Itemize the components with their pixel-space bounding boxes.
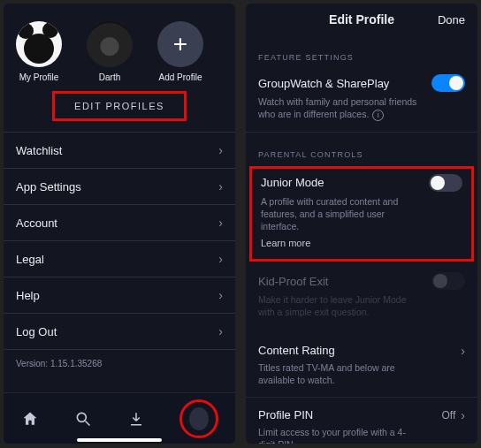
menu-watchlist[interactable]: Watchlist›: [4, 133, 235, 169]
menu-account[interactable]: Account›: [4, 205, 235, 241]
profile-my-profile[interactable]: My Profile: [16, 21, 62, 82]
profile-label: Add Profile: [159, 72, 202, 82]
header: Edit Profile Done: [246, 4, 477, 35]
svg-point-0: [77, 413, 86, 421]
chevron-right-icon: ›: [218, 216, 223, 230]
add-profile[interactable]: + Add Profile: [157, 21, 203, 82]
menu-log-out[interactable]: Log Out›: [4, 314, 235, 350]
edit-profile-screen: Edit Profile Done FEATURE SETTINGS Group…: [246, 4, 477, 444]
avatar-darth-vader: [87, 21, 133, 67]
setting-title-text: Content Rating: [258, 344, 335, 357]
profile-darth[interactable]: Darth: [87, 21, 133, 82]
setting-title-text: Kid-Proof Exit: [258, 275, 328, 288]
profile-tab-icon[interactable]: [189, 409, 209, 429]
plus-icon: +: [157, 21, 203, 67]
chevron-right-icon: ›: [461, 344, 465, 358]
home-icon[interactable]: [20, 409, 40, 429]
avatar-mickey: [16, 21, 62, 67]
menu-label: Account: [16, 216, 57, 230]
chevron-right-icon: ›: [218, 252, 223, 266]
toggle-kid-proof: [431, 272, 465, 290]
settings-screen: My Profile Darth + Add Profile EDIT PROF…: [4, 4, 235, 444]
profiles-row: My Profile Darth + Add Profile: [4, 4, 235, 86]
setting-groupwatch[interactable]: GroupWatch & SharePlay Watch with family…: [246, 69, 477, 133]
setting-content-rating[interactable]: Content Rating › Titles rated TV-MA and …: [246, 330, 477, 398]
home-indicator: [77, 438, 162, 442]
menu-app-settings[interactable]: App Settings›: [4, 169, 235, 205]
menu-label: Log Out: [16, 325, 57, 338]
search-icon[interactable]: [73, 409, 93, 429]
profile-label: Darth: [99, 72, 120, 82]
chevron-right-icon: ›: [218, 324, 223, 338]
setting-title-text: Profile PIN: [258, 408, 313, 421]
toggle-groupwatch[interactable]: [431, 74, 465, 92]
tab-bar: [4, 392, 235, 444]
menu-help[interactable]: Help›: [4, 277, 235, 314]
edit-profiles-button[interactable]: EDIT PROFILES: [54, 93, 185, 119]
menu-label: Help: [16, 289, 40, 302]
menu-label: Watchlist: [16, 144, 62, 157]
setting-junior-title: Junior Mode: [261, 176, 324, 189]
menu-label: App Settings: [16, 180, 81, 194]
chevron-right-icon: ›: [218, 288, 223, 302]
done-button[interactable]: Done: [438, 13, 465, 27]
setting-profile-pin[interactable]: Profile PIN Off › Limit access to your p…: [246, 398, 477, 444]
setting-kid-proof-exit: Kid-Proof Exit Make it harder to leave J…: [246, 262, 477, 329]
info-icon[interactable]: i: [372, 110, 384, 121]
profile-tab-highlight: [179, 399, 218, 438]
page-title: Edit Profile: [329, 12, 394, 27]
pin-value: Off: [442, 409, 456, 421]
chevron-right-icon: ›: [218, 143, 223, 157]
profile-label: My Profile: [19, 72, 58, 82]
learn-more-link[interactable]: Learn more: [261, 238, 310, 248]
setting-desc-text: Watch with family and personal friends w…: [258, 96, 416, 119]
section-parental-controls: PARENTAL CONTROLS: [246, 133, 477, 166]
edit-profiles-wrap: EDIT PROFILES: [4, 86, 235, 132]
menu-list: Watchlist› App Settings› Account› Legal›…: [4, 132, 235, 350]
setting-title-text: GroupWatch & SharePlay: [258, 77, 389, 90]
setting-junior-desc: A profile with curated content and featu…: [261, 195, 462, 233]
version-label: Version: 1.15.1.35268: [4, 350, 235, 377]
setting-desc: Make it harder to leave Junior Mode with…: [258, 293, 465, 318]
chevron-right-icon: ›: [218, 179, 223, 194]
svg-line-1: [86, 421, 90, 425]
setting-desc: Titles rated TV-MA and below are availab…: [258, 361, 465, 386]
chevron-right-icon: ›: [461, 408, 465, 422]
downloads-icon[interactable]: [126, 409, 146, 429]
section-feature-settings: FEATURE SETTINGS: [246, 35, 477, 69]
menu-label: Legal: [16, 253, 44, 266]
menu-legal[interactable]: Legal›: [4, 241, 235, 277]
junior-mode-highlight: Junior Mode A profile with curated conte…: [249, 166, 474, 262]
setting-desc: Watch with family and personal friends w…: [258, 95, 465, 121]
toggle-junior-mode[interactable]: [429, 174, 462, 192]
setting-desc: Limit access to your profile with a 4-di…: [258, 426, 465, 444]
